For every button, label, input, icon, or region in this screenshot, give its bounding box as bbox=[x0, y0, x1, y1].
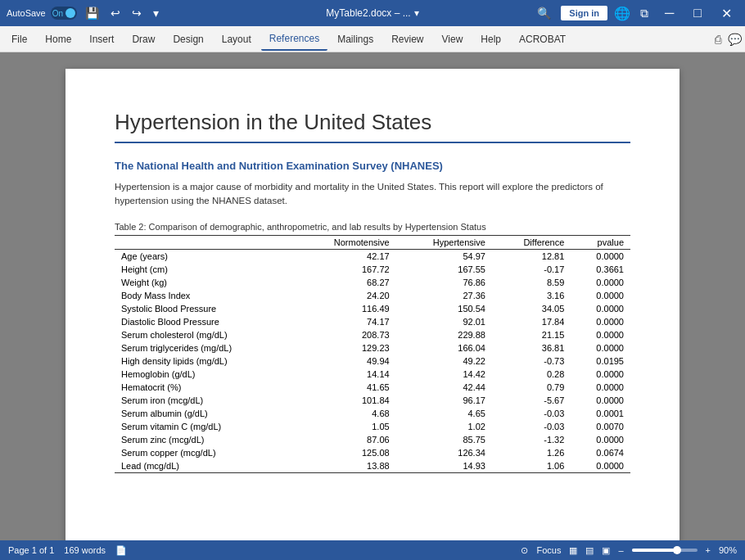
minimize-button[interactable]: ─ bbox=[658, 4, 680, 22]
focus-icon[interactable]: ⊙ bbox=[521, 545, 528, 556]
title-bar-left: AutoSave On 💾 ↩ ↪ ▾ bbox=[7, 5, 162, 21]
tab-acrobat[interactable]: ACROBAT bbox=[511, 29, 574, 50]
cell-norm: 1.05 bbox=[296, 420, 396, 433]
cell-norm: 13.88 bbox=[296, 459, 396, 473]
cell-norm: 42.17 bbox=[296, 249, 396, 263]
zoom-slider-fill bbox=[632, 549, 676, 552]
sign-in-button[interactable]: Sign in bbox=[561, 6, 607, 20]
zoom-plus-button[interactable]: + bbox=[706, 545, 711, 555]
tab-references[interactable]: References bbox=[261, 28, 327, 51]
table-row: Height (cm) 167.72 167.55 -0.17 0.3661 bbox=[115, 263, 630, 276]
table-row: Systolic Blood Pressure 116.49 150.54 34… bbox=[115, 302, 630, 315]
section-heading: The National Health and Nutrition Examin… bbox=[115, 160, 630, 172]
table-row: Body Mass Index 24.20 27.36 3.16 0.0000 bbox=[115, 289, 630, 302]
cell-norm: 24.20 bbox=[296, 289, 396, 302]
undo-icon[interactable]: ↩ bbox=[107, 5, 124, 21]
cell-norm: 41.65 bbox=[296, 381, 396, 394]
cell-diff: 1.06 bbox=[492, 459, 571, 473]
tab-layout[interactable]: Layout bbox=[214, 29, 260, 50]
cell-norm: 116.49 bbox=[296, 302, 396, 315]
cell-diff: 8.59 bbox=[492, 276, 571, 289]
search-icon[interactable]: 🔍 bbox=[534, 5, 554, 21]
tab-review[interactable]: Review bbox=[383, 29, 431, 50]
title-bar-center: MyTable2.docx – ... ▾ bbox=[326, 7, 418, 19]
tab-home[interactable]: Home bbox=[37, 29, 79, 50]
table-row: Serum iron (mcg/dL) 101.84 96.17 -5.67 0… bbox=[115, 394, 630, 407]
redo-icon[interactable]: ↪ bbox=[129, 5, 145, 21]
zoom-slider-thumb bbox=[673, 546, 681, 554]
cell-pval: 0.0000 bbox=[571, 302, 630, 315]
cell-pval: 0.0000 bbox=[571, 276, 630, 289]
cell-hyper: 27.36 bbox=[396, 289, 492, 302]
cell-pval: 0.0000 bbox=[571, 328, 630, 341]
cell-label: Serum iron (mcg/dL) bbox=[115, 394, 296, 407]
cell-label: Serum copper (mcg/dL) bbox=[115, 446, 296, 459]
view-print-icon[interactable]: ▦ bbox=[569, 545, 577, 556]
cell-pval: 0.0000 bbox=[571, 315, 630, 328]
cell-label: Weight (kg) bbox=[115, 276, 296, 289]
cell-diff: -0.73 bbox=[492, 355, 571, 368]
cell-pval: 0.3661 bbox=[571, 263, 630, 276]
tab-insert[interactable]: Insert bbox=[81, 29, 122, 50]
cell-hyper: 14.42 bbox=[396, 368, 492, 381]
cell-hyper: 126.34 bbox=[396, 446, 492, 459]
zoom-slider[interactable] bbox=[632, 549, 698, 552]
view-read-icon[interactable]: ▣ bbox=[602, 545, 610, 556]
globe-icon[interactable]: 🌐 bbox=[614, 6, 630, 21]
table-row: Serum copper (mcg/dL) 125.08 126.34 1.26… bbox=[115, 446, 630, 459]
cell-label: Serum triglycerides (mg/dL) bbox=[115, 341, 296, 355]
table-caption: Table 2: Comparison of demographic, anth… bbox=[115, 222, 630, 232]
cell-pval: 0.0000 bbox=[571, 341, 630, 355]
cell-hyper: 76.86 bbox=[396, 276, 492, 289]
cell-pval: 0.0195 bbox=[571, 355, 630, 368]
comment-icon[interactable]: 💬 bbox=[728, 33, 742, 46]
data-table: Normotensive Hypertensive Difference pva… bbox=[115, 235, 630, 473]
cell-pval: 0.0000 bbox=[571, 249, 630, 263]
table-row: Serum zinc (mcg/dL) 87.06 85.75 -1.32 0.… bbox=[115, 433, 630, 446]
cell-diff: 3.16 bbox=[492, 289, 571, 302]
cell-pval: 0.0000 bbox=[571, 433, 630, 446]
cell-norm: 101.84 bbox=[296, 394, 396, 407]
tab-design[interactable]: Design bbox=[165, 29, 211, 50]
cell-norm: 74.17 bbox=[296, 315, 396, 328]
tab-view[interactable]: View bbox=[434, 29, 472, 50]
close-button[interactable]: ✕ bbox=[715, 4, 738, 23]
view-web-icon[interactable]: ▤ bbox=[585, 545, 594, 556]
table-row: Diastolic Blood Pressure 74.17 92.01 17.… bbox=[115, 315, 630, 328]
table-row: Age (years) 42.17 54.97 12.81 0.0000 bbox=[115, 249, 630, 263]
cell-diff: 12.81 bbox=[492, 249, 571, 263]
table-row: Serum albumin (g/dL) 4.68 4.65 -0.03 0.0… bbox=[115, 407, 630, 420]
cell-pval: 0.0001 bbox=[571, 407, 630, 420]
tab-draw[interactable]: Draw bbox=[124, 29, 163, 50]
proofing-icon[interactable]: 📄 bbox=[115, 545, 127, 556]
title-divider bbox=[115, 142, 630, 143]
filename-label: MyTable2.docx – ... bbox=[326, 7, 410, 19]
cell-hyper: 1.02 bbox=[396, 420, 492, 433]
save-icon[interactable]: 💾 bbox=[82, 5, 102, 21]
autosave-on-label: On bbox=[52, 9, 63, 18]
word-count: 169 words bbox=[64, 545, 106, 555]
restore-window-icon[interactable]: ⧉ bbox=[637, 5, 652, 22]
table-row: Serum cholesterol (mg/dL) 208.73 229.88 … bbox=[115, 328, 630, 341]
cell-label: Diastolic Blood Pressure bbox=[115, 315, 296, 328]
document-area: Hypertension in the United States The Na… bbox=[0, 52, 745, 540]
autosave-toggle[interactable]: On bbox=[51, 7, 77, 20]
tab-file[interactable]: File bbox=[3, 29, 35, 50]
status-bar-right: ⊙ Focus ▦ ▤ ▣ – + 90% bbox=[521, 545, 737, 556]
customize-icon[interactable]: ▾ bbox=[150, 5, 162, 21]
cell-label: High density lipids (mg/dL) bbox=[115, 355, 296, 368]
cell-diff: -0.03 bbox=[492, 420, 571, 433]
maximize-button[interactable]: □ bbox=[687, 4, 708, 22]
tab-mailings[interactable]: Mailings bbox=[329, 29, 382, 50]
cell-hyper: 92.01 bbox=[396, 315, 492, 328]
cell-label: Hematocrit (%) bbox=[115, 381, 296, 394]
share-icon[interactable]: ⎙ bbox=[715, 33, 721, 46]
cell-pval: 0.0070 bbox=[571, 420, 630, 433]
cell-norm: 208.73 bbox=[296, 328, 396, 341]
filename-dropdown-icon[interactable]: ▾ bbox=[414, 7, 419, 19]
table-row: Hematocrit (%) 41.65 42.44 0.79 0.0000 bbox=[115, 381, 630, 394]
cell-norm: 87.06 bbox=[296, 433, 396, 446]
col-header-pvalue: pvalue bbox=[571, 235, 630, 249]
tab-help[interactable]: Help bbox=[472, 29, 509, 50]
zoom-minus-button[interactable]: – bbox=[618, 545, 623, 555]
